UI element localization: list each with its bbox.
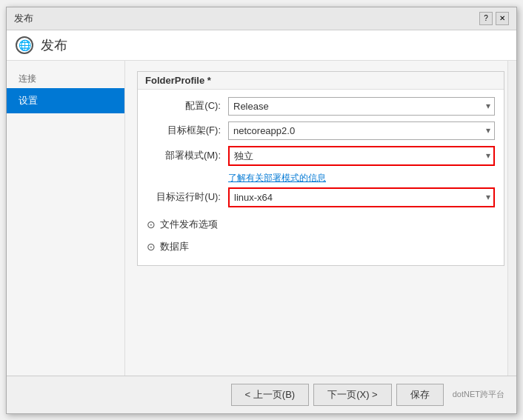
sidebar-section-label: 连接: [7, 68, 124, 88]
config-select-wrapper: Debug Release: [228, 97, 495, 116]
database-label: 数据库: [160, 240, 189, 253]
config-select[interactable]: Debug Release: [228, 97, 495, 116]
folder-profile-group: FolderProfile * 配置(C): Debug Release: [137, 71, 504, 266]
database-row[interactable]: ⊙ 数据库: [147, 236, 495, 258]
config-row: 配置(C): Debug Release: [147, 97, 495, 116]
target-runtime-select[interactable]: linux-x64 win-x64 osx-x64: [228, 187, 495, 207]
target-runtime-label: 目标运行时(U):: [147, 190, 228, 204]
window-title-bar: 发布 ? ✕: [7, 7, 516, 30]
scrollbar[interactable]: [507, 61, 516, 376]
next-button[interactable]: 下一页(X) >: [313, 384, 392, 406]
deploy-mode-info-link[interactable]: 了解有关部署模式的信息: [228, 172, 495, 184]
expand-icon-file: ⊙: [147, 219, 156, 230]
help-button[interactable]: ?: [479, 12, 493, 25]
expand-icon-db: ⊙: [147, 241, 156, 253]
target-framework-select-wrapper: netcoreapp2.0 netcoreapp2.1: [228, 121, 495, 140]
sidebar-item-settings[interactable]: 设置: [7, 88, 124, 113]
bottom-buttons: < 上一页(B) 下一页(X) > 保存 dotNET跨平台: [231, 384, 504, 406]
target-framework-row: 目标框架(F): netcoreapp2.0 netcoreapp2.1: [147, 121, 495, 140]
file-publish-options-label: 文件发布选项: [160, 218, 218, 231]
deploy-mode-select[interactable]: 框架依赖 独立: [228, 146, 495, 166]
deploy-mode-row: 部署模式(M): 框架依赖 独立: [147, 146, 495, 166]
save-button[interactable]: 保存: [396, 384, 444, 406]
globe-icon: 🌐: [16, 36, 33, 54]
dialog-title: 发布: [41, 36, 67, 54]
file-publish-options-row[interactable]: ⊙ 文件发布选项: [147, 213, 495, 236]
prev-button[interactable]: < 上一页(B): [231, 384, 310, 406]
window-controls: ? ✕: [479, 12, 509, 25]
target-runtime-row: 目标运行时(U): linux-x64 win-x64 osx-x64: [147, 187, 495, 207]
close-button[interactable]: ✕: [496, 12, 509, 25]
content-area: 连接 设置 FolderProfile * 配置(C):: [7, 61, 516, 376]
window-title: 发布: [14, 12, 33, 25]
config-label: 配置(C):: [147, 99, 228, 113]
bottom-bar: < 上一页(B) 下一页(X) > 保存 dotNET跨平台: [7, 376, 516, 413]
main-content: FolderProfile * 配置(C): Debug Release: [125, 61, 516, 376]
group-box-content: 配置(C): Debug Release 目标框架(F):: [138, 90, 504, 265]
group-box-title: FolderProfile *: [138, 72, 504, 90]
target-framework-label: 目标框架(F):: [147, 124, 228, 137]
sidebar: 连接 设置: [7, 61, 125, 376]
target-framework-select[interactable]: netcoreapp2.0 netcoreapp2.1: [228, 121, 495, 140]
dialog: 发布 ? ✕ 🌐 发布 连接 设置 FolderProfile *: [6, 7, 517, 414]
right-panel: FolderProfile * 配置(C): Debug Release: [125, 61, 516, 376]
deploy-mode-label: 部署模式(M):: [147, 149, 228, 162]
target-runtime-select-wrapper: linux-x64 win-x64 osx-x64: [228, 187, 495, 207]
dialog-header: 🌐 发布: [7, 30, 516, 61]
watermark: dotNET跨平台: [453, 389, 504, 400]
dialog-header-left: 🌐 发布: [16, 36, 67, 54]
deploy-mode-select-wrapper: 框架依赖 独立: [228, 146, 495, 166]
